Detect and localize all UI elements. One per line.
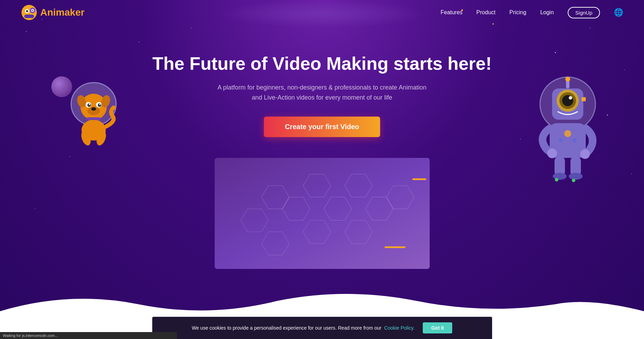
nav-signup[interactable]: SignUp: [568, 7, 600, 18]
logo[interactable]: Animaker: [21, 4, 85, 21]
video-preview: [215, 158, 430, 269]
nav-product[interactable]: Product: [476, 9, 496, 16]
svg-point-30: [580, 149, 590, 159]
svg-point-10: [99, 104, 101, 105]
svg-rect-24: [582, 97, 586, 101]
svg-point-21: [569, 96, 572, 100]
cookie-message: We use cookies to provide a personalised…: [192, 325, 381, 331]
nav-globe[interactable]: 🌐: [614, 8, 623, 17]
logo-icon: [21, 4, 37, 21]
svg-rect-58: [385, 246, 405, 248]
svg-point-39: [26, 10, 28, 12]
nav-login[interactable]: Login: [540, 9, 554, 16]
svg-point-23: [565, 77, 570, 82]
svg-rect-56: [412, 178, 426, 180]
cookie-bar: We use cookies to provide a personalised…: [152, 317, 492, 339]
video-hex-pattern: [215, 158, 430, 269]
status-text: Waiting for js.intercomcdn.com...: [3, 333, 58, 338]
cookie-policy-link[interactable]: Cookie Policy.: [384, 325, 415, 331]
cookie-accept-button[interactable]: Got it: [423, 322, 452, 333]
navbar: Animaker Features Product Pricing Login …: [0, 0, 644, 25]
status-bar: Waiting for js.intercomcdn.com...: [0, 332, 177, 339]
nav-features[interactable]: Features: [440, 9, 462, 16]
character-robot: [533, 69, 602, 187]
video-preview-inner: [215, 158, 430, 269]
svg-point-28: [573, 138, 577, 143]
svg-point-36: [572, 179, 575, 182]
logo-text: Animaker: [40, 7, 85, 18]
svg-point-27: [559, 138, 563, 143]
svg-point-34: [569, 173, 583, 180]
svg-rect-40: [24, 15, 34, 18]
svg-point-43: [32, 10, 33, 11]
svg-point-26: [564, 130, 571, 137]
svg-point-35: [555, 178, 558, 181]
svg-rect-13: [87, 117, 101, 120]
svg-point-4: [91, 107, 96, 111]
svg-point-33: [553, 173, 567, 180]
nav-links: Features Product Pricing Login SignUp 🌐: [440, 7, 623, 18]
svg-point-29: [547, 149, 557, 158]
nav-pricing[interactable]: Pricing: [509, 9, 526, 16]
globe-icon[interactable]: 🌐: [614, 8, 623, 17]
cta-button[interactable]: Create your first Video: [264, 117, 380, 137]
character-dog: [62, 76, 125, 146]
svg-point-9: [89, 104, 90, 105]
